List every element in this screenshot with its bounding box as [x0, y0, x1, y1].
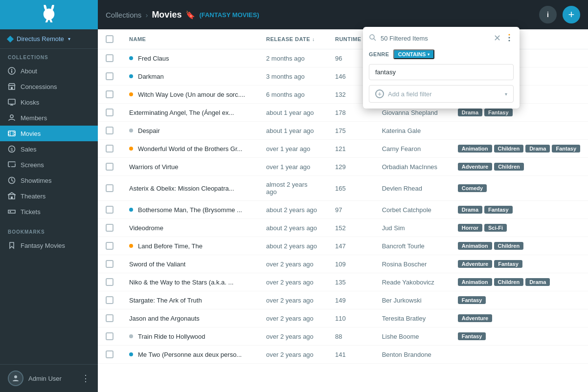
row-select-cell[interactable] [98, 201, 121, 219]
movie-title: Stargate: The Ark of Truth [129, 297, 202, 304]
sidebar-item-showtimes[interactable]: Showtimes [0, 173, 98, 188]
row-checkbox[interactable] [106, 127, 113, 134]
table-row: Bothersome Man, The (Brysomme ... about … [98, 201, 588, 219]
sidebar-item-sales[interactable]: $ Sales [0, 141, 98, 157]
row-select-cell[interactable] [98, 158, 121, 176]
row-date-cell: about 1 year ago [258, 104, 327, 122]
svg-rect-12 [14, 132, 15, 133]
sidebar-item-kiosks[interactable]: Kiosks [0, 94, 98, 110]
filter-options-button[interactable] [505, 33, 514, 44]
row-checkbox[interactable] [106, 163, 113, 171]
row-director-cell: Teresita Bratley [374, 309, 450, 327]
row-checkbox[interactable] [106, 242, 113, 250]
sidebar-item-screens[interactable]: Screens [0, 157, 98, 173]
row-select-cell[interactable] [98, 104, 121, 122]
svg-rect-11 [8, 134, 9, 135]
row-checkbox[interactable] [106, 260, 113, 268]
row-select-cell[interactable] [98, 346, 121, 364]
row-checkbox[interactable] [106, 184, 113, 192]
sidebar-item-members[interactable]: Members [0, 110, 98, 126]
contains-button[interactable]: CONTAINS ▾ [393, 49, 435, 59]
info-button[interactable]: i [539, 6, 557, 23]
sidebar-item-screens-label: Screens [21, 161, 44, 169]
row-checkbox[interactable] [106, 90, 113, 98]
row-checkbox[interactable] [106, 314, 113, 322]
row-select-cell[interactable] [98, 176, 121, 201]
row-checkbox[interactable] [106, 145, 113, 152]
select-all-checkbox[interactable] [106, 35, 113, 43]
main-content: Collections › Movies 🔖 (FANTASY MOVIES) … [98, 0, 588, 392]
row-select-cell[interactable] [98, 327, 121, 346]
row-date-cell: 6 months ago [258, 86, 327, 104]
th-name-sort[interactable]: NAME [129, 36, 250, 42]
bookmark-fantasy-movies[interactable]: Fantasy Movies [0, 238, 98, 253]
sidebar-item-concessions[interactable]: Concessions [0, 79, 98, 94]
row-select-cell[interactable] [98, 237, 121, 255]
genre-badge: Fantasy [458, 296, 486, 304]
add-filter-row[interactable]: + Add a field filter ▾ [369, 85, 514, 103]
row-select-cell[interactable] [98, 273, 121, 291]
add-button[interactable]: + [563, 6, 580, 23]
movie-title: Land Before Time, The [138, 242, 203, 250]
contains-arrow-icon: ▾ [428, 52, 430, 57]
more-options-button[interactable]: ⋮ [81, 374, 90, 383]
row-select-cell[interactable] [98, 255, 121, 273]
th-select-all[interactable] [98, 29, 121, 49]
filter-close-button[interactable]: ✕ [494, 33, 501, 44]
svg-rect-7 [8, 99, 15, 104]
movie-title: Bothersome Man, The (Brysomme ... [138, 206, 242, 214]
row-name-cell: Videodrome [121, 219, 258, 237]
sidebar-item-showtimes-label: Showtimes [21, 177, 52, 184]
row-select-cell[interactable] [98, 49, 121, 67]
row-select-cell[interactable] [98, 309, 121, 327]
sidebar-item-about[interactable]: About [0, 63, 98, 79]
row-runtime-cell: 88 [327, 327, 374, 346]
genre-badge: Fantasy [494, 260, 522, 268]
movie-title: Wonderful World of the Brothers Gr... [138, 145, 242, 152]
th-name[interactable]: NAME [121, 29, 258, 49]
row-checkbox[interactable] [106, 278, 113, 286]
row-checkbox[interactable] [106, 109, 113, 116]
row-runtime-cell: 147 [327, 237, 374, 255]
row-select-cell[interactable] [98, 140, 121, 158]
row-checkbox[interactable] [106, 54, 113, 62]
sidebar-item-movies[interactable]: Movies [0, 126, 98, 141]
genre-badge: Fantasy [552, 145, 580, 152]
row-select-cell[interactable] [98, 219, 121, 237]
row-checkbox[interactable] [106, 224, 113, 232]
sidebar-item-theaters[interactable]: Theaters [0, 188, 98, 204]
row-select-cell[interactable] [98, 86, 121, 104]
row-select-cell[interactable] [98, 67, 121, 86]
breadcrumb-collections[interactable]: Collections [106, 11, 141, 19]
row-director-cell: Devlen Rhead [374, 176, 450, 201]
filter-input[interactable] [369, 64, 514, 80]
row-checkbox[interactable] [106, 296, 113, 304]
row-select-cell[interactable] [98, 122, 121, 140]
th-date-sort[interactable]: RELEASE DATE ↓ [266, 36, 319, 42]
movie-title: Train Ride to Hollywood [138, 333, 205, 340]
row-runtime-cell: 97 [327, 201, 374, 219]
user-section[interactable]: Directus Remote ▾ [0, 29, 98, 49]
row-checkbox[interactable] [106, 206, 113, 214]
sidebar-item-tickets[interactable]: Tickets [0, 204, 98, 219]
svg-rect-6 [11, 87, 13, 89]
row-director-cell: Reade Yakobovicz [374, 273, 450, 291]
th-runtime-label: RUNTIME [335, 36, 362, 42]
genre-badge: Animation [458, 145, 492, 152]
app-logo[interactable] [0, 0, 98, 29]
row-director-cell: Jud Sim [374, 219, 450, 237]
genre-badge: Children [494, 242, 524, 250]
row-runtime-cell: 165 [327, 176, 374, 201]
status-dot [129, 129, 133, 132]
th-release-date[interactable]: RELEASE DATE ↓ [258, 29, 327, 49]
movie-title: Videodrome [129, 224, 163, 232]
row-checkbox[interactable] [106, 72, 113, 80]
svg-rect-18 [8, 162, 15, 167]
genre-badge: Children [494, 163, 524, 171]
row-select-cell[interactable] [98, 291, 121, 309]
row-checkbox[interactable] [106, 350, 113, 358]
table-row: Asterix & Obelix: Mission Cleopatra... a… [98, 176, 588, 201]
row-checkbox[interactable] [106, 332, 113, 340]
row-runtime-cell: 141 [327, 346, 374, 364]
svg-rect-21 [11, 196, 13, 199]
